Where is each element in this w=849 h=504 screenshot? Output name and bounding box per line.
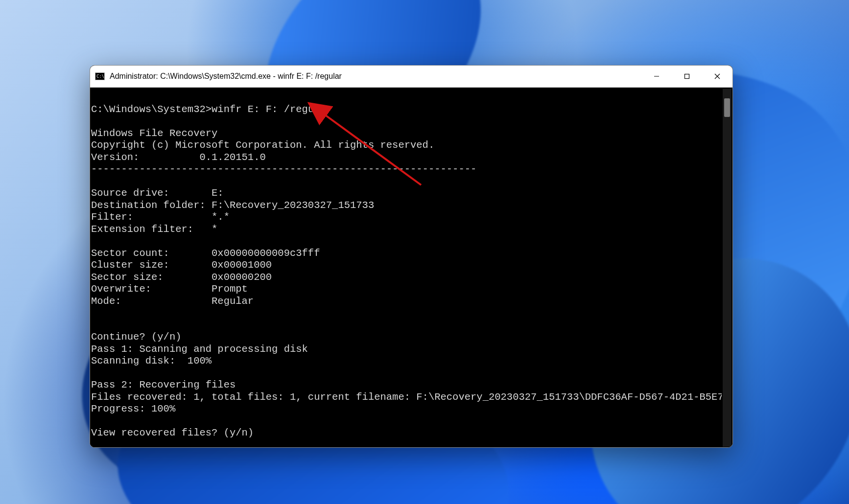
scan-pct: Scanning disk: 100% [91,355,212,367]
terminal-area[interactable]: C:\Windows\System32>winfr E: F: /regular… [90,88,732,448]
titlebar[interactable]: C:\ Administrator: C:\Windows\System32\c… [90,66,732,88]
scrollbar-thumb[interactable] [724,98,730,117]
pass2: Pass 2: Recovering files [91,379,236,390]
svg-rect-4 [685,74,689,79]
minimize-icon [653,73,660,80]
copyright: Copyright (c) Microsoft Corporation. All… [91,139,434,151]
window-controls [641,66,732,87]
ext-filter: Extension filter: * [91,224,217,235]
command: winfr E: F: /regular [212,104,332,115]
maximize-button[interactable] [672,66,702,87]
maximize-icon [684,73,690,80]
divider: ----------------------------------------… [91,163,476,175]
app-name: Windows File Recovery [91,128,217,139]
files-line: Files recovered: 1, total files: 1, curr… [91,391,722,403]
mode: Mode: Regular [91,296,254,307]
close-icon [714,73,721,80]
prompt: C:\Windows\System32> [91,104,212,115]
desktop-background: C:\ Administrator: C:\Windows\System32\c… [0,0,849,504]
continue-prompt: Continue? (y/n) [91,331,182,343]
close-button[interactable] [702,66,732,87]
dest-folder: Destination folder: F:\Recovery_20230327… [91,200,374,211]
view-prompt: View recovered files? (y/n) [91,427,254,438]
sector-count: Sector count: 0x00000000009c3fff [91,248,320,259]
scrollbar[interactable] [723,89,731,447]
pass1: Pass 1: Scanning and processing disk [91,344,308,355]
sector-size: Sector size: 0x00000200 [91,272,272,283]
svg-text:C:\: C:\ [96,74,104,79]
minimize-button[interactable] [641,66,672,87]
window-title: Administrator: C:\Windows\System32\cmd.e… [110,72,641,81]
cluster-size: Cluster size: 0x00001000 [91,259,272,271]
cmd-window: C:\ Administrator: C:\Windows\System32\c… [90,65,733,448]
overwrite: Overwrite: Prompt [91,283,248,295]
version: Version: 0.1.20151.0 [91,152,266,163]
cmd-icon: C:\ [95,72,105,80]
terminal-output: C:\Windows\System32>winfr E: F: /regular… [90,88,722,448]
source-drive: Source drive: E: [91,187,224,199]
progress: Progress: 100% [91,403,175,414]
filter: Filter: *.* [91,211,230,223]
